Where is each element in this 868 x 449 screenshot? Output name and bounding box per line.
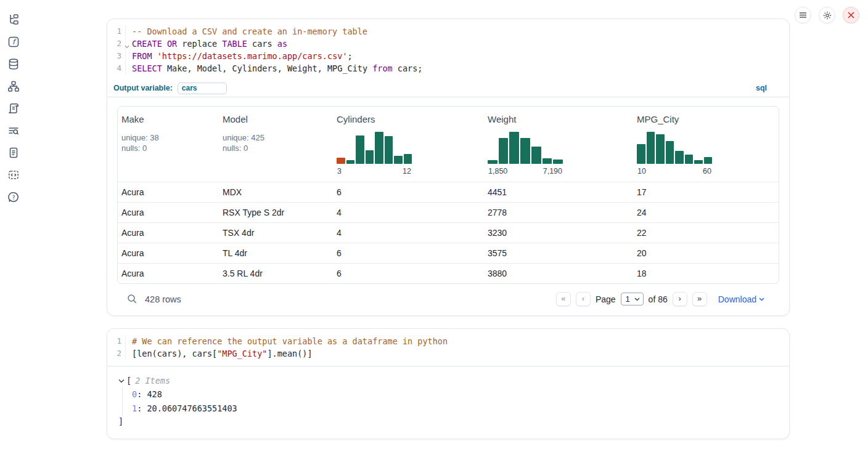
column-header-cylinders[interactable]: Cylinders312 xyxy=(333,107,484,182)
table-row[interactable]: Acura3.5 RL 4dr6388018 xyxy=(118,263,779,283)
python-cell: 1# We can reference the output variable … xyxy=(107,328,790,439)
first-page-button[interactable]: « xyxy=(556,292,571,306)
table-cell: Acura xyxy=(118,208,219,217)
table-row[interactable]: AcuraMDX6445117 xyxy=(118,182,779,202)
page-select-value: 1 xyxy=(626,294,630,304)
download-button[interactable]: Download xyxy=(718,294,764,304)
gear-icon[interactable] xyxy=(819,7,835,23)
table-cell: 18 xyxy=(633,269,779,278)
output-variable-input[interactable] xyxy=(178,83,227,94)
page-label: Page xyxy=(596,294,616,304)
logs-search-icon[interactable] xyxy=(7,124,20,137)
table-cell: 3.5 RL 4dr xyxy=(219,269,333,278)
histogram-bar xyxy=(675,151,684,164)
histogram-bar xyxy=(394,156,403,164)
column-title: Weight xyxy=(488,114,631,124)
table-cell: 4451 xyxy=(484,187,633,197)
tree-entry: 0: 428 xyxy=(132,387,779,402)
dependency-graph-icon[interactable] xyxy=(7,80,20,92)
row-count: 428 rows xyxy=(145,294,181,304)
table-cell: Acura xyxy=(118,248,219,258)
data-table: Makeunique: 38nulls: 0Modelunique: 425nu… xyxy=(117,106,779,284)
python-code-editor[interactable]: 1# We can reference the output variable … xyxy=(107,329,789,366)
histogram-bar xyxy=(488,160,497,164)
histogram-bar xyxy=(346,160,355,164)
histogram-bar xyxy=(356,136,364,164)
pagination: « ‹ Page 1 of 86 › » xyxy=(556,292,707,306)
column-histogram[interactable] xyxy=(337,132,412,164)
table-cell: 3230 xyxy=(484,228,633,238)
help-icon[interactable]: ? xyxy=(7,191,20,203)
column-header-mpg_city[interactable]: MPG_City1060 xyxy=(633,107,779,182)
table-cell: 4 xyxy=(333,208,484,217)
histogram-bar xyxy=(647,132,655,164)
code-line: 2[len(cars), cars["MPG_City"].mean()] xyxy=(107,347,789,360)
sql-code-editor[interactable]: 1-- Download a CSV and create an in-memo… xyxy=(107,19,789,81)
column-header-weight[interactable]: Weight1,8507,190 xyxy=(484,107,633,182)
histogram-bar xyxy=(509,132,519,164)
column-title: MPG_City xyxy=(637,114,777,124)
document-icon[interactable] xyxy=(7,147,20,159)
search-icon[interactable] xyxy=(127,294,137,304)
column-header-make[interactable]: Makeunique: 38nulls: 0 xyxy=(118,107,219,182)
scratchpad-icon[interactable] xyxy=(7,102,20,115)
table-cell: 6 xyxy=(333,187,484,197)
snippets-icon[interactable] xyxy=(7,169,20,181)
table-cell: Acura xyxy=(118,187,219,197)
python-output-tree: [ 2 Items 0: 4281: 20.060747663551403 ] xyxy=(107,366,789,439)
table-cell: Acura xyxy=(118,228,219,238)
histogram-bar xyxy=(375,132,383,164)
chevron-down-icon[interactable] xyxy=(118,379,125,383)
table-cell: Acura xyxy=(118,269,219,278)
table-cell: 3880 xyxy=(484,269,633,278)
next-page-button[interactable]: › xyxy=(673,292,687,306)
tree-item-count: 2 Items xyxy=(135,374,170,387)
file-tree-icon[interactable] xyxy=(7,14,20,26)
table-cell: TL 4dr xyxy=(219,248,333,258)
code-line: 4SELECT Make, Model, Cylinders, Weight, … xyxy=(107,62,789,75)
last-page-button[interactable]: » xyxy=(692,292,707,306)
line-number: 4 xyxy=(107,62,126,75)
histogram-bar xyxy=(385,136,393,164)
table-cell: 22 xyxy=(633,228,779,238)
table-cell: 17 xyxy=(633,187,779,197)
table-row[interactable]: AcuraTSX 4dr4323022 xyxy=(118,222,779,243)
column-stats: unique: 425nulls: 0 xyxy=(223,132,330,153)
table-row[interactable]: AcuraTL 4dr6357520 xyxy=(118,243,779,263)
histogram-bar xyxy=(704,157,713,164)
line-number: 1 xyxy=(107,25,126,38)
tree-open-bracket: [ xyxy=(126,374,131,387)
database-icon[interactable] xyxy=(7,58,20,70)
menu-icon[interactable] xyxy=(795,7,811,23)
table-row[interactable]: AcuraRSX Type S 2dr4277824 xyxy=(118,202,779,222)
table-header-row: Makeunique: 38nulls: 0Modelunique: 425nu… xyxy=(118,107,779,182)
histogram-axis-labels: 312 xyxy=(337,167,412,176)
column-title: Model xyxy=(223,114,330,124)
close-icon[interactable] xyxy=(843,7,859,23)
notebook-controls xyxy=(795,7,859,23)
table-cell: 20 xyxy=(633,248,779,258)
table-cell: 24 xyxy=(633,208,779,217)
table-cell: 6 xyxy=(333,248,484,258)
code-line: 3FROM 'https://datasets.marimo.app/cars.… xyxy=(107,50,789,62)
table-body: AcuraMDX6445117AcuraRSX Type S 2dr427782… xyxy=(118,182,779,283)
column-histogram[interactable] xyxy=(637,132,712,164)
page-total-label: of 86 xyxy=(649,294,668,304)
histogram-bar xyxy=(542,158,552,164)
previous-page-button[interactable]: ‹ xyxy=(576,292,591,306)
code-line: 2CREATE OR replace TABLE cars as xyxy=(107,38,789,50)
output-variable-label: Output variable: xyxy=(113,84,173,92)
page-select[interactable]: 1 xyxy=(621,293,644,305)
sql-output-area: Makeunique: 38nulls: 0Modelunique: 425nu… xyxy=(107,97,789,315)
left-panel-toolbar: f xyxy=(0,0,27,449)
line-number: 2 xyxy=(107,347,126,360)
download-label: Download xyxy=(718,294,756,304)
column-histogram[interactable] xyxy=(488,132,563,164)
histogram-bar xyxy=(366,150,374,164)
function-icon[interactable]: f xyxy=(7,36,20,48)
table-cell: RSX Type S 2dr xyxy=(219,208,333,217)
histogram-bar xyxy=(531,147,541,164)
code-line: 1-- Download a CSV and create an in-memo… xyxy=(107,25,789,38)
column-header-model[interactable]: Modelunique: 425nulls: 0 xyxy=(219,107,333,182)
sql-cell: 1-- Download a CSV and create an in-memo… xyxy=(107,18,790,316)
